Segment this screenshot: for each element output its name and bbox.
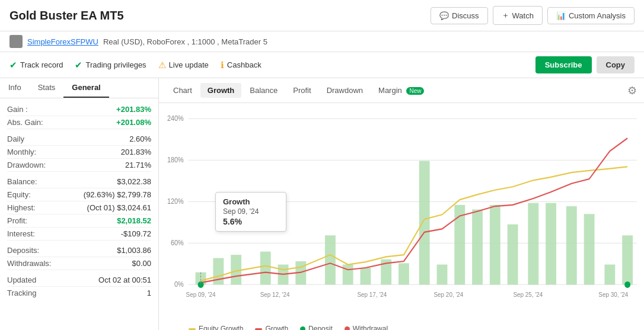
chart-tabs: Chart Growth Balance Profit Drawdown Mar… (159, 78, 644, 103)
svg-text:180%: 180% (167, 156, 184, 164)
trading-privileges-status: ✔ Trading privileges (75, 60, 146, 71)
tooltip-value: 5.6% (223, 217, 279, 226)
page-title: Gold Buster EA MT5 (9, 9, 124, 23)
svg-rect-16 (325, 235, 336, 284)
svg-text:Sep 20, '24: Sep 20, '24 (433, 291, 463, 299)
abs-gain-row: Abs. Gain: +201.08% (7, 116, 151, 129)
legend-deposit: Deposit (300, 325, 333, 330)
svg-rect-20 (398, 263, 409, 284)
info-tabs: Info Stats General (0, 78, 158, 98)
plus-icon: ＋ (502, 10, 509, 21)
status-items: ✔ Track record ✔ Trading privileges ⚠ Li… (9, 60, 262, 71)
discuss-icon: 💬 (439, 11, 449, 20)
tooltip-date: Sep 09, '24 (223, 207, 279, 216)
chart-area: 240% 180% 120% 60% 0% (159, 103, 644, 322)
header-actions: 💬 Discuss ＋ Watch 📊 Custom Analysis (431, 6, 635, 25)
svg-rect-27 (528, 203, 538, 285)
svg-rect-30 (584, 214, 595, 284)
svg-text:120%: 120% (167, 197, 184, 205)
balance-row: Balance: $3,022.38 (7, 175, 151, 188)
svg-text:Sep 12, '24: Sep 12, '24 (260, 291, 290, 299)
chart-legend: Equity Growth Growth Deposit Withdrawal (159, 322, 644, 330)
info-icon: ℹ (221, 60, 224, 71)
profit-row: Profit: $2,018.52 (7, 214, 151, 228)
svg-text:240%: 240% (167, 114, 184, 122)
watch-button[interactable]: ＋ Watch (493, 6, 543, 25)
subheader: SimpleForexSFPWU Real (USD), RoboForex ,… (0, 31, 644, 52)
checkmark-icon: ✔ (75, 60, 82, 71)
chart-tab-chart[interactable]: Chart (166, 83, 199, 98)
discuss-button[interactable]: 💬 Discuss (431, 7, 488, 24)
svg-rect-24 (472, 210, 483, 285)
warning-icon: ⚠ (158, 60, 166, 71)
page-header: Gold Buster EA MT5 💬 Discuss ＋ Watch 📊 C… (0, 0, 644, 31)
deposits-row: Deposits: $1,003.86 (7, 244, 151, 257)
avatar (9, 35, 23, 48)
tooltip-title: Growth (223, 197, 279, 206)
chart-tab-drawdown[interactable]: Drawdown (320, 83, 370, 98)
svg-rect-21 (419, 161, 430, 285)
svg-rect-17 (343, 265, 353, 285)
track-record-status: ✔ Track record (9, 60, 63, 71)
withdrawals-row: Withdrawals: $0.00 (7, 257, 151, 270)
new-badge: New (406, 87, 424, 95)
tab-general[interactable]: General (63, 78, 109, 98)
interest-row: Interest: -$109.72 (7, 228, 151, 241)
cashback-status: ℹ Cashback (221, 60, 262, 71)
svg-rect-32 (622, 235, 633, 284)
tab-info[interactable]: Info (0, 78, 30, 98)
updated-row: Updated Oct 02 at 00:51 (7, 274, 151, 287)
svg-rect-22 (437, 265, 448, 285)
subscribe-copy-actions: Subscribe Copy (535, 56, 635, 73)
svg-rect-13 (260, 252, 271, 285)
svg-rect-25 (490, 205, 500, 285)
svg-text:Sep 09, '24: Sep 09, '24 (186, 291, 216, 299)
chart-tab-growth[interactable]: Growth (200, 83, 242, 98)
subscribe-button[interactable]: Subscribe (535, 56, 592, 73)
svg-rect-31 (604, 265, 615, 285)
equity-growth-line-icon (189, 328, 196, 330)
gain-row: Gain : +201.83% (7, 103, 151, 116)
settings-icon[interactable]: ⚙ (627, 84, 637, 97)
chart-tooltip: Growth Sep 09, '24 5.6% (215, 192, 286, 232)
chart-tab-profit[interactable]: Profit (286, 83, 318, 98)
svg-text:60%: 60% (171, 239, 184, 246)
legend-withdrawal: Withdrawal (345, 325, 388, 330)
right-panel: Chart Growth Balance Profit Drawdown Mar… (159, 78, 644, 330)
live-update-status: ⚠ Live update (158, 60, 209, 71)
left-panel: Info Stats General Gain : +201.83% Abs. … (0, 78, 159, 330)
chart-tab-margin[interactable]: Margin New (371, 83, 431, 98)
svg-rect-23 (454, 205, 465, 285)
custom-analysis-button[interactable]: 📊 Custom Analysis (547, 7, 635, 24)
svg-rect-18 (361, 268, 371, 284)
equity-row: Equity: (92.63%) $2,799.78 (7, 188, 151, 201)
svg-text:Sep 30, '24: Sep 30, '24 (598, 291, 628, 299)
svg-point-34 (624, 281, 630, 288)
svg-rect-26 (508, 225, 518, 285)
daily-row: Daily 2.60% (7, 133, 151, 146)
svg-rect-29 (566, 206, 577, 284)
svg-text:0%: 0% (174, 280, 184, 288)
deposit-dot-icon (300, 326, 305, 331)
checkmark-icon: ✔ (9, 60, 17, 71)
username-link[interactable]: SimpleForexSFPWU (27, 37, 98, 46)
copy-button[interactable]: Copy (597, 56, 635, 73)
withdrawal-dot-icon (345, 326, 350, 331)
chart-tab-balance[interactable]: Balance (243, 83, 285, 98)
svg-text:Sep 25, '24: Sep 25, '24 (513, 291, 543, 299)
drawdown-row: Drawdown: 21.71% (7, 159, 151, 172)
growth-line-icon (255, 328, 262, 330)
legend-growth: Growth (255, 325, 288, 330)
svg-text:Sep 17, '24: Sep 17, '24 (357, 291, 387, 299)
tab-stats[interactable]: Stats (30, 78, 64, 98)
account-info: Real (USD), RoboForex , 1:1000 , MetaTra… (103, 37, 267, 46)
monthly-row: Monthly: 201.83% (7, 146, 151, 159)
tracking-row: Tracking 1 (7, 287, 151, 299)
svg-rect-28 (546, 203, 556, 285)
status-bar: ✔ Track record ✔ Trading privileges ⚠ Li… (0, 52, 644, 78)
legend-equity-growth: Equity Growth (189, 325, 243, 330)
highest-row: Highest: (Oct 01) $3,024.61 (7, 201, 151, 214)
stats-table: Gain : +201.83% Abs. Gain: +201.08% Dail… (0, 98, 158, 304)
chart-icon: 📊 (556, 11, 566, 20)
main-content: Info Stats General Gain : +201.83% Abs. … (0, 78, 644, 330)
